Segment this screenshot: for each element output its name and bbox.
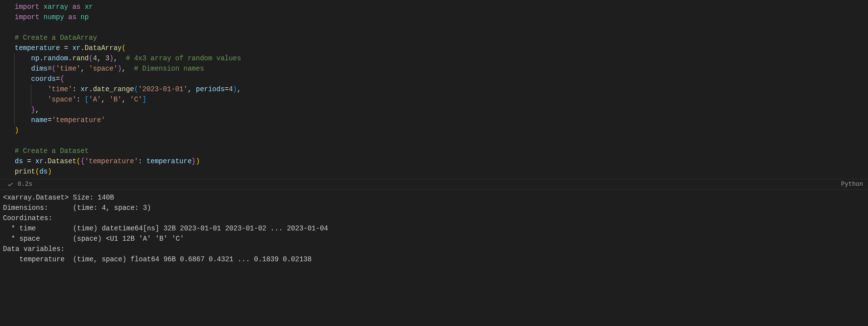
keyword-import: import [15, 13, 39, 21]
cell-output[interactable]: <xarray.Dataset> Size: 140B Dimensions: … [0, 190, 868, 268]
output-line: * time (time) datetime64[ns] 32B 2023-01… [3, 224, 865, 234]
comment: # Dimension names [134, 65, 204, 73]
var-ds: ds [15, 157, 23, 165]
keyword-as: as [72, 3, 81, 11]
output-line: * space (space) <U1 12B 'A' 'B' 'C' [3, 234, 865, 244]
exec-duration: 0.2s [18, 179, 32, 190]
keyword-as: as [68, 13, 76, 21]
module-xarray: xarray [44, 3, 68, 11]
kw-name: name [31, 116, 48, 124]
comment: # 4x3 array of random values [126, 54, 241, 62]
fn-date-range: date_range [93, 85, 134, 93]
keyword-import: import [15, 3, 39, 11]
output-line: <xarray.Dataset> Size: 140B [3, 193, 865, 203]
fn-print: print [15, 168, 35, 176]
fn-Dataset: Dataset [48, 157, 76, 165]
output-line: Dimensions: (time: 4, space: 3) [3, 203, 865, 213]
alias-xr: xr [85, 3, 93, 11]
comment: # Create a Dataset [15, 147, 89, 155]
var-temperature: temperature [15, 44, 60, 52]
check-icon [7, 181, 14, 188]
alias-np: np [80, 13, 89, 21]
module-numpy: numpy [44, 13, 64, 21]
kw-dims: dims [31, 65, 48, 73]
code-editor[interactable]: import xarray as xr import numpy as np #… [0, 0, 868, 179]
output-line: Data variables: [3, 244, 865, 254]
kw-coords: coords [31, 75, 56, 83]
output-line: temperature (time, space) float64 96B 0.… [3, 254, 865, 265]
output-line: Coordinates: [3, 213, 865, 224]
fn-rand: rand [72, 54, 89, 62]
cell-status-bar: 0.2s Python [0, 179, 868, 190]
comment: # Create a DataArray [15, 34, 97, 42]
fn-DataArray: DataArray [85, 44, 122, 52]
language-label[interactable]: Python [841, 179, 863, 190]
